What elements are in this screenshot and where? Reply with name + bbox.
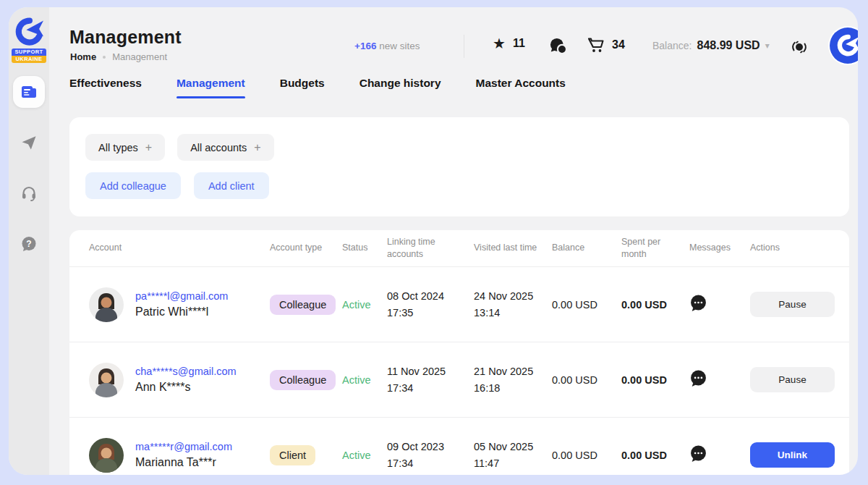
col-account: Account [89, 242, 270, 255]
sidebar-item-telegram[interactable] [13, 127, 45, 159]
linking-time-cell: 11 Nov 202517:34 [387, 363, 474, 396]
linking-time-cell: 08 Oct 202417:35 [387, 288, 474, 321]
visited-time-cell: 24 Nov 202513:14 [474, 288, 552, 321]
star-icon: ★ [493, 36, 506, 51]
spent-cell: 0.00 USD [621, 374, 689, 386]
account-email-link[interactable]: pa*****l@gmail.com [135, 290, 228, 302]
avatar [89, 363, 124, 397]
svg-text:?: ? [26, 239, 31, 249]
page-title: Management [69, 27, 182, 48]
row-action-button[interactable]: Unlink [750, 442, 835, 468]
avatar-photo-icon [89, 287, 124, 322]
linking-time-cell: 09 Oct 202317:34 [387, 439, 474, 471]
status-badge: Active [342, 450, 387, 461]
filter-actions: Add colleague Add client [85, 172, 833, 199]
favorites-count: 11 [513, 37, 525, 50]
new-sites-label: new sites [376, 41, 420, 51]
cart-count: 34 [612, 38, 625, 51]
table-row: cha*****s@gmail.com Ann K****s Colleague… [69, 342, 849, 417]
row-action-button[interactable]: Pause [750, 292, 835, 317]
filter-all-accounts[interactable]: All accounts + [177, 134, 274, 161]
filter-all-types[interactable]: All types + [85, 134, 165, 161]
visited-time-cell: 21 Nov 202516:18 [474, 363, 552, 396]
col-spent: Spent per month [621, 236, 689, 261]
avatar-photo-icon [89, 438, 124, 473]
tab-master-accounts[interactable]: Master Accounts [476, 77, 566, 98]
account-email-link[interactable]: cha*****s@gmail.com [135, 366, 237, 377]
table-body: pa*****l@gmail.com Patric Whi****l Colle… [69, 266, 849, 475]
main-content: Management Home Management +166 new site… [49, 7, 858, 475]
table-row: pa*****l@gmail.com Patric Whi****l Colle… [69, 266, 849, 342]
favorites-counter[interactable]: ★ 11 [493, 36, 525, 51]
tab-bar: Effectiveness Management Budgets Change … [69, 71, 849, 98]
actions-cell: Unlink [750, 442, 835, 468]
status-badge: Active [342, 374, 387, 386]
avatar [89, 287, 124, 322]
paper-plane-icon [20, 134, 38, 151]
account-name: Ann K****s [135, 381, 237, 394]
topbar-divider [464, 35, 464, 58]
support-badge-line2: UKRAINE [12, 56, 46, 63]
balance-cell: 0.00 USD [552, 374, 621, 386]
new-sites-count: +166 [354, 41, 376, 51]
balance-cell: 0.00 USD [552, 450, 621, 461]
support-ukraine-badge: SUPPORT UKRAINE [12, 48, 46, 63]
sidebar-item-help[interactable]: ? [13, 228, 45, 260]
col-linking-time: Linking time accounts [387, 236, 474, 261]
user-profile-avatar[interactable] [830, 28, 858, 64]
notifications-button[interactable] [789, 37, 809, 57]
breadcrumb-current: Management [112, 51, 167, 62]
account-cell: pa*****l@gmail.com Patric Whi****l [89, 287, 270, 322]
new-sites-link[interactable]: +166 new sites [354, 41, 420, 51]
balance-label: Balance: [652, 40, 692, 51]
help-bubble-icon: ? [20, 235, 38, 253]
news-icon [20, 83, 38, 101]
avatar-photo-icon [89, 363, 124, 397]
messages-cell [689, 369, 750, 390]
app-logo[interactable]: SUPPORT UKRAINE [12, 17, 46, 63]
add-colleague-button[interactable]: Add colleague [85, 172, 181, 199]
message-bubble-icon[interactable] [689, 369, 707, 387]
breadcrumb: Home Management [70, 51, 167, 62]
col-visited: Visited last time [474, 242, 552, 255]
balance-value: 848.99 USD [697, 39, 760, 52]
account-email-link[interactable]: ma*****r@gmail.com [135, 441, 232, 452]
col-balance: Balance [552, 242, 621, 255]
table-header-row: Account Account type Status Linking time… [69, 230, 849, 266]
brand-logo-icon [13, 17, 45, 46]
account-cell: cha*****s@gmail.com Ann K****s [89, 363, 270, 397]
col-actions: Actions [750, 242, 835, 255]
account-name: Patric Whi****l [135, 305, 228, 319]
tab-budgets[interactable]: Budgets [280, 77, 325, 98]
topbar: Management Home Management +166 new site… [69, 7, 849, 71]
filter-all-accounts-label: All accounts [190, 142, 247, 153]
profile-logo-icon [835, 34, 858, 57]
actions-cell: Pause [750, 367, 835, 392]
tab-change-history[interactable]: Change history [359, 77, 441, 98]
balance-dropdown[interactable]: Balance: 848.99 USD ▾ [652, 39, 770, 52]
add-client-button[interactable]: Add client [194, 172, 269, 199]
filters-card: All types + All accounts + Add colleague… [69, 117, 849, 216]
cart-counter[interactable]: 34 [587, 36, 625, 54]
messages-shortcut[interactable] [549, 37, 568, 56]
row-action-button[interactable]: Pause [750, 367, 835, 392]
headset-icon [20, 185, 38, 202]
col-account-type: Account type [270, 242, 342, 255]
breadcrumb-home-link[interactable]: Home [70, 51, 96, 62]
account-cell: ma*****r@gmail.com Marianna Ta***r [89, 438, 270, 473]
plus-icon: + [254, 141, 260, 154]
visited-time-cell: 05 Nov 202511:47 [474, 439, 552, 471]
sidebar-item-news[interactable] [13, 76, 45, 108]
plus-icon: + [145, 141, 152, 154]
spent-cell: 0.00 USD [621, 299, 689, 311]
account-type-badge: Client [270, 445, 315, 465]
tab-management[interactable]: Management [176, 77, 245, 98]
account-name: Marianna Ta***r [135, 456, 232, 469]
app-window: SUPPORT UKRAINE [9, 7, 858, 475]
sidebar-item-support[interactable] [13, 177, 45, 209]
message-bubble-icon[interactable] [689, 444, 707, 463]
breadcrumb-separator [103, 56, 106, 59]
tab-effectiveness[interactable]: Effectiveness [69, 77, 142, 98]
col-status: Status [342, 242, 387, 255]
message-bubble-icon[interactable] [689, 294, 707, 312]
